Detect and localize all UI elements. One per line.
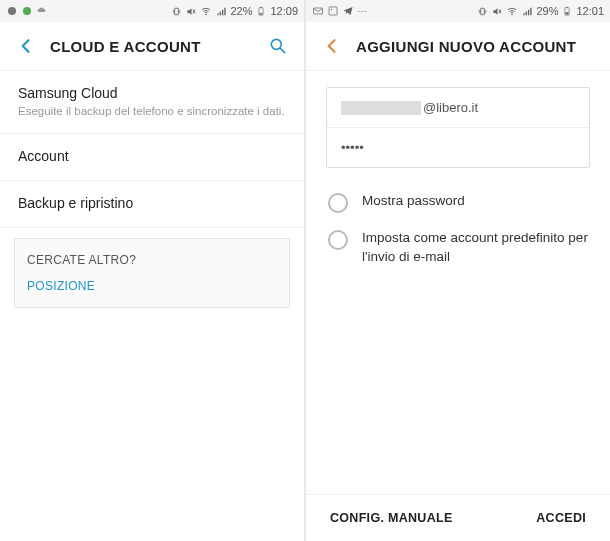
list-item-title: Samsung Cloud	[18, 85, 286, 101]
email-field[interactable]: @libero.it	[327, 88, 589, 127]
svg-point-0	[8, 7, 16, 15]
svg-point-12	[512, 14, 514, 16]
svg-rect-5	[261, 7, 263, 8]
email-username-redacted	[341, 101, 421, 115]
svg-rect-14	[567, 7, 569, 8]
svg-rect-15	[566, 12, 569, 14]
notification-icon	[21, 5, 33, 17]
status-bar: ⋯ 29% 12:01	[306, 0, 610, 22]
gallery-icon	[327, 5, 339, 17]
header: CLOUD E ACCOUNT	[0, 22, 304, 71]
list-item-subtitle: Eseguite il backup del telefono e sincro…	[18, 103, 286, 119]
svg-point-7	[271, 39, 281, 49]
radio-icon	[328, 230, 348, 250]
wifi-icon	[200, 5, 212, 17]
list-item-title: Backup e ripristino	[18, 195, 286, 211]
battery-icon	[561, 5, 573, 17]
mute-icon	[185, 5, 197, 17]
status-bar: 22% 12:09	[0, 0, 304, 22]
signin-button[interactable]: ACCEDI	[536, 511, 586, 525]
cloud-icon	[36, 5, 48, 17]
show-password-toggle[interactable]: Mostra password	[326, 184, 590, 221]
svg-rect-9	[329, 7, 337, 15]
email-domain: @libero.it	[423, 100, 478, 115]
position-link[interactable]: POSIZIONE	[27, 279, 277, 293]
svg-rect-6	[260, 13, 263, 14]
svg-rect-11	[481, 8, 485, 14]
telegram-icon	[342, 5, 354, 17]
clock-time: 12:09	[270, 5, 298, 17]
list-item-backup[interactable]: Backup e ripristino	[0, 181, 304, 228]
credentials-group: @libero.it	[326, 87, 590, 168]
header: AGGIUNGI NUOVO ACCOUNT	[306, 22, 610, 71]
signal-icon	[215, 5, 227, 17]
radio-icon	[328, 193, 348, 213]
vibrate-icon	[476, 5, 488, 17]
svg-rect-8	[314, 8, 323, 14]
svg-point-1	[23, 7, 31, 15]
page-title: CLOUD E ACCOUNT	[50, 38, 268, 55]
svg-rect-2	[175, 8, 179, 14]
search-icon[interactable]	[268, 36, 288, 56]
notification-icon	[6, 5, 18, 17]
signal-icon	[521, 5, 533, 17]
footer-actions: CONFIG. MANUALE ACCEDI	[306, 494, 610, 541]
battery-percent: 29%	[536, 5, 558, 17]
clock-time: 12:01	[576, 5, 604, 17]
content-list: Samsung Cloud Eseguite il backup del tel…	[0, 71, 304, 541]
svg-point-10	[331, 9, 333, 11]
list-item-account[interactable]: Account	[0, 134, 304, 181]
battery-icon	[255, 5, 267, 17]
more-icon: ⋯	[357, 6, 367, 17]
mail-icon	[312, 5, 324, 17]
manual-config-button[interactable]: CONFIG. MANUALE	[330, 511, 453, 525]
mute-icon	[491, 5, 503, 17]
add-account-screen: ⋯ 29% 12:01 AGGIUNGI NUOVO ACC	[306, 0, 610, 541]
back-icon[interactable]	[16, 36, 36, 56]
list-item-samsung-cloud[interactable]: Samsung Cloud Eseguite il backup del tel…	[0, 71, 304, 134]
search-other-section: CERCATE ALTRO? POSIZIONE	[14, 238, 290, 308]
list-item-title: Account	[18, 148, 286, 164]
svg-point-3	[206, 14, 208, 16]
battery-percent: 22%	[230, 5, 252, 17]
show-password-label: Mostra password	[362, 192, 465, 211]
section-title: CERCATE ALTRO?	[27, 253, 277, 267]
page-title: AGGIUNGI NUOVO ACCOUNT	[356, 38, 594, 55]
vibrate-icon	[170, 5, 182, 17]
form-content: @libero.it Mostra password Imposta come …	[306, 71, 610, 494]
default-account-label: Imposta come account predefinito per l'i…	[362, 229, 588, 267]
back-icon[interactable]	[322, 36, 342, 56]
password-field[interactable]	[327, 128, 589, 167]
default-account-toggle[interactable]: Imposta come account predefinito per l'i…	[326, 221, 590, 275]
wifi-icon	[506, 5, 518, 17]
settings-screen: 22% 12:09 CLOUD E ACCOUNT Samsung Cloud …	[0, 0, 304, 541]
